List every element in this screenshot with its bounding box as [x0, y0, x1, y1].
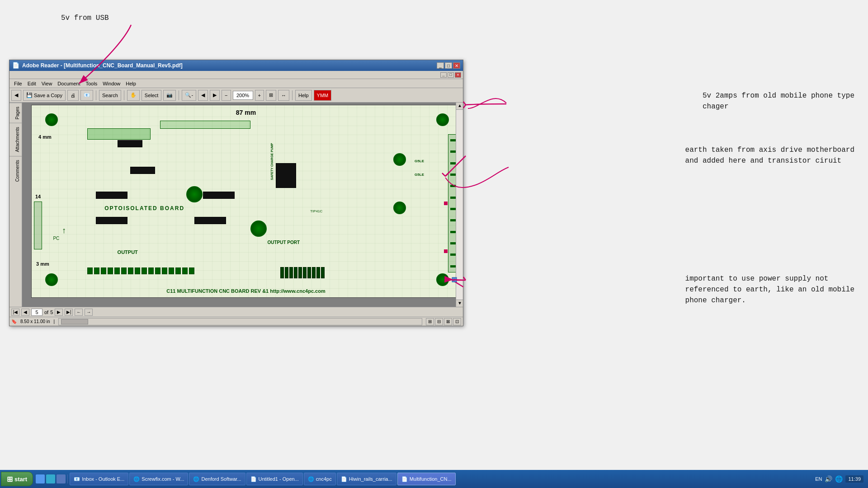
large-pin — [307, 267, 311, 278]
adobe-reader-window: 📄 Adobe Reader - [Multifunction_CNC_Boar… — [9, 60, 463, 326]
ic-chip-6 — [194, 217, 226, 224]
sep1 — [96, 90, 96, 100]
last-page-button[interactable]: ▶| — [65, 309, 73, 316]
mount-hole-tl — [45, 113, 58, 126]
taskbar-item-screwfix-icon: 🌐 — [133, 476, 140, 482]
taskbar-item-hiwin[interactable]: 📄 Hiwin_rails_carria... — [337, 473, 396, 485]
window-title: Adobe Reader - [Multifunction_CNC_Board_… — [22, 62, 183, 69]
component-cluster-2 — [160, 121, 250, 129]
menu-file[interactable]: File — [11, 80, 25, 87]
vertical-scrollbar[interactable]: ▲ ▼ — [456, 103, 463, 307]
taskbar: ⊞ start 📧 Inbox - Outlook E... 🌐 Screwfi… — [0, 470, 868, 488]
comments-tab[interactable]: Comments — [9, 156, 22, 185]
restore-button2[interactable]: □ — [448, 72, 454, 78]
bottom-pin — [189, 267, 194, 274]
view-btn-1[interactable]: ⊞ — [426, 318, 434, 325]
quick-launch-bar — [34, 474, 68, 483]
charge-pump-label: SAFETY CHARGE PUMP — [270, 143, 273, 180]
start-button[interactable]: ⊞ start — [1, 472, 33, 486]
scroll-track — [456, 110, 463, 300]
close-button2[interactable]: ✕ — [455, 72, 461, 78]
menu-tools[interactable]: Tools — [83, 80, 100, 87]
help-button[interactable]: Help — [295, 90, 312, 101]
scroll-up-button[interactable]: ▲ — [456, 103, 463, 110]
taskbar-item-multifunction[interactable]: 📄 Multifunction_CN... — [397, 473, 456, 485]
connector-pin — [450, 253, 456, 256]
snapshot-button[interactable]: 📷 — [163, 90, 176, 101]
taskbar-item-denford[interactable]: 🌐 Denford Softwar... — [189, 473, 245, 485]
connector-pin — [450, 231, 456, 233]
connector-pin — [450, 242, 456, 244]
network-icon[interactable]: 🌐 — [835, 475, 843, 483]
volume-icon[interactable]: 🔊 — [825, 475, 832, 483]
taskbar-item-inbox[interactable]: 📧 Inbox - Outlook E... — [70, 473, 128, 485]
bottom-pin — [175, 267, 181, 274]
pages-tab[interactable]: Pages — [9, 103, 22, 123]
view-btn-2[interactable]: ⊟ — [435, 318, 443, 325]
first-page-button[interactable]: |◀ — [11, 309, 19, 316]
ic-chip-1 — [118, 140, 142, 147]
zoom-next-button[interactable]: ▶ — [210, 90, 220, 101]
taskbar-item-denford-icon: 🌐 — [193, 476, 199, 482]
bottom-pin — [108, 267, 113, 274]
menu-edit[interactable]: Edit — [25, 80, 39, 87]
connector-pin — [450, 197, 456, 199]
bottom-pin — [182, 267, 188, 274]
bottom-connectors — [87, 267, 232, 274]
save-copy-button[interactable]: 💾 Save a Copy — [23, 90, 66, 101]
ql-icon-2[interactable] — [46, 474, 55, 483]
taskbar-item-inbox-icon: 📧 — [74, 476, 80, 482]
close-button[interactable]: ✕ — [453, 62, 460, 69]
ql-icon-3[interactable] — [57, 474, 66, 483]
menu-help[interactable]: Help — [123, 80, 139, 87]
restore-button[interactable]: _ — [440, 72, 447, 78]
mount-hole-br — [436, 273, 449, 286]
view-btn-4[interactable]: ⊡ — [453, 318, 461, 325]
print-button[interactable]: 🖨 — [67, 90, 79, 101]
zoom-out-button[interactable]: 🔍- — [182, 90, 196, 101]
extra-button[interactable]: YMM — [314, 90, 332, 101]
menu-bar: File Edit View Document Tools Window Hel… — [9, 79, 463, 88]
taskbar-item-untitled-icon: 📄 — [250, 476, 257, 482]
annotation-top-left: 5v from USB — [61, 13, 109, 23]
bottom-pin — [155, 267, 160, 274]
scroll-down-button[interactable]: ▼ — [456, 300, 463, 307]
minimize-button[interactable]: _ — [437, 62, 444, 69]
bottom-pin — [114, 267, 120, 274]
search-button[interactable]: Search — [99, 90, 121, 101]
bottom-large-connectors — [280, 267, 335, 278]
title-bar: 📄 Adobe Reader - [Multifunction_CNC_Boar… — [9, 60, 463, 71]
menu-view[interactable]: View — [39, 80, 55, 87]
hand-tool[interactable]: ✋ — [127, 90, 140, 101]
page-number-input[interactable] — [31, 309, 42, 316]
fit-page-button[interactable]: ⊞ — [266, 90, 276, 101]
mount-hole-bl — [45, 273, 58, 286]
view-btn-3[interactable]: ⊠ — [444, 318, 452, 325]
zoom-input[interactable] — [233, 91, 253, 100]
large-pin — [298, 267, 302, 278]
ql-icon-1[interactable] — [36, 474, 45, 483]
next-page-button[interactable]: ▶ — [55, 309, 63, 316]
prev-page-button[interactable]: ◀ — [21, 309, 29, 316]
menu-window[interactable]: Window — [100, 80, 123, 87]
select-button[interactable]: Select — [142, 90, 162, 101]
zoom-prev-button[interactable]: ◀ — [198, 90, 208, 101]
total-pages: 5 — [50, 310, 53, 315]
pdf-page: 87 mm 4 mm 14 3 mm — [31, 105, 461, 298]
taskbar-item-cnc4pc[interactable]: 🌐 cnc4pc — [304, 473, 336, 485]
taskbar-item-untitled[interactable]: 📄 Untitled1 - Open... — [246, 473, 303, 485]
horizontal-scrollbar[interactable] — [58, 318, 422, 325]
prev-view-button[interactable]: ← — [75, 309, 83, 316]
back-button[interactable]: ◀ — [11, 90, 21, 101]
large-pin — [289, 267, 293, 278]
connector-pin — [450, 265, 456, 267]
email-button[interactable]: 📧 — [80, 90, 93, 101]
next-view-button[interactable]: → — [85, 309, 93, 316]
zoom-minus-button[interactable]: − — [222, 90, 231, 101]
maximize-button[interactable]: □ — [445, 62, 452, 69]
taskbar-item-screwfix[interactable]: 🌐 Screwfix.com - W... — [129, 473, 188, 485]
zoom-plus-button[interactable]: + — [255, 90, 264, 101]
menu-document[interactable]: Document — [55, 80, 83, 87]
fit-width-button[interactable]: ↔ — [278, 90, 289, 101]
attachments-tab[interactable]: Attachments — [9, 123, 22, 156]
